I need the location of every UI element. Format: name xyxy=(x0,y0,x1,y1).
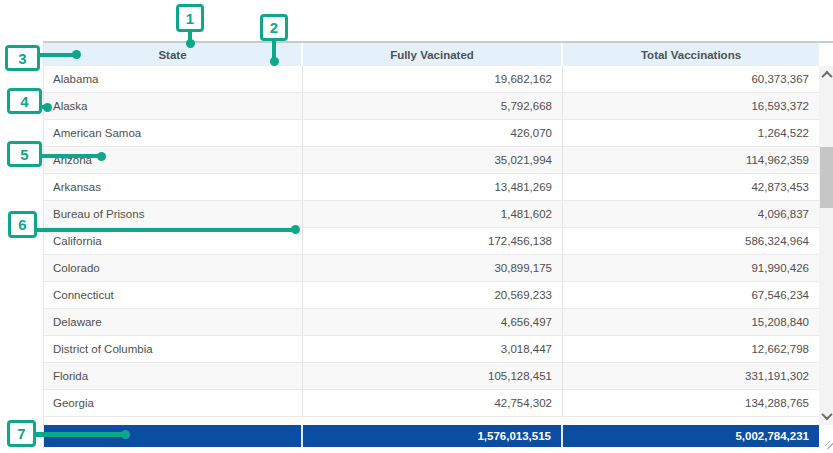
table-row[interactable]: Connecticut20,569,23367,546,234 xyxy=(44,282,819,309)
table-row[interactable]: Colorado30,899,17591,990,426 xyxy=(44,255,819,282)
table-row[interactable]: Delaware4,656,49715,208,840 xyxy=(44,309,819,336)
cell-total-vaccinations: 114,962,359 xyxy=(563,147,819,173)
cell-fully-vaccinated: 19,682,162 xyxy=(303,66,563,92)
callout-4-dot xyxy=(43,103,52,112)
cell-state: Florida xyxy=(44,363,303,389)
chevron-up-icon xyxy=(821,71,832,82)
scroll-down-button[interactable] xyxy=(819,409,833,423)
cell-total-vaccinations: 586,324,964 xyxy=(563,228,819,254)
cell-fully-vaccinated: 426,070 xyxy=(303,120,563,146)
callout-6-dot xyxy=(291,225,300,234)
table-body: Alabama19,682,16260,373,367Alaska5,792,6… xyxy=(44,66,819,425)
vertical-scrollbar[interactable] xyxy=(819,66,833,425)
cell-fully-vaccinated: 105,128,451 xyxy=(303,363,563,389)
callout-7: 7 xyxy=(7,420,36,447)
cell-fully-vaccinated: 35,021,994 xyxy=(303,147,563,173)
cell-fully-vaccinated: 20,569,233 xyxy=(303,282,563,308)
cell-total-vaccinations: 15,208,840 xyxy=(563,309,819,335)
cell-state: American Samoa xyxy=(44,120,303,146)
summary-cell-fully-vaccinated: 1,576,013,515 xyxy=(303,425,563,447)
table-row[interactable]: Arkansas13,481,26942,873,453 xyxy=(44,174,819,201)
cell-state: Alaska xyxy=(44,93,303,119)
callout-2: 2 xyxy=(260,14,288,41)
callout-7-dot xyxy=(121,430,130,439)
column-header-state[interactable]: State xyxy=(44,43,303,66)
chevron-down-icon xyxy=(821,409,832,420)
table-row[interactable]: American Samoa426,0701,264,522 xyxy=(44,120,819,147)
table-row[interactable]: Alabama19,682,16260,373,367 xyxy=(44,66,819,93)
cell-fully-vaccinated: 3,018,447 xyxy=(303,336,563,362)
cell-total-vaccinations: 12,662,798 xyxy=(563,336,819,362)
cell-total-vaccinations: 16,593,372 xyxy=(563,93,819,119)
cell-state: Colorado xyxy=(44,255,303,281)
table-row[interactable]: California172,456,138586,324,964 xyxy=(44,228,819,255)
callout-1-dot xyxy=(186,39,195,48)
callout-6-connector xyxy=(35,228,293,232)
callout-4: 4 xyxy=(7,88,42,114)
table-row[interactable]: Georgia42,754,302134,288,765 xyxy=(44,390,819,417)
cell-total-vaccinations: 60,373,367 xyxy=(563,66,819,92)
table-row[interactable]: Florida105,128,451331,191,302 xyxy=(44,363,819,390)
cell-state: Connecticut xyxy=(44,282,303,308)
callout-3: 3 xyxy=(5,45,40,71)
callout-5: 5 xyxy=(7,141,42,167)
cell-fully-vaccinated: 5,792,668 xyxy=(303,93,563,119)
screenshot-canvas: State Fully Vacinated Total Vaccinations… xyxy=(0,0,833,453)
table-row[interactable]: Alaska5,792,66816,593,372 xyxy=(44,93,819,120)
cell-total-vaccinations: 134,288,765 xyxy=(563,390,819,416)
table-row[interactable]: Arizona35,021,994114,962,359 xyxy=(44,147,819,174)
callout-5-dot xyxy=(97,152,106,161)
cell-fully-vaccinated: 1,481,602 xyxy=(303,201,563,227)
callout-6: 6 xyxy=(8,211,37,238)
cell-total-vaccinations: 4,096,837 xyxy=(563,201,819,227)
table-summary-row: 1,576,013,515 5,002,784,231 xyxy=(44,425,819,447)
callout-1: 1 xyxy=(176,4,204,32)
cell-fully-vaccinated: 172,456,138 xyxy=(303,228,563,254)
cell-total-vaccinations: 331,191,302 xyxy=(563,363,819,389)
scrollbar-thumb[interactable] xyxy=(820,147,833,208)
scroll-up-button[interactable] xyxy=(819,68,833,82)
callout-3-dot xyxy=(72,50,81,59)
cell-state: District of Columbia xyxy=(44,336,303,362)
column-header-total-vaccinations[interactable]: Total Vaccinations xyxy=(563,43,819,66)
cell-total-vaccinations: 67,546,234 xyxy=(563,282,819,308)
column-header-fully-vaccinated[interactable]: Fully Vacinated xyxy=(303,43,563,66)
cell-state: Bureau of Prisons xyxy=(44,201,303,227)
table-header-row: State Fully Vacinated Total Vaccinations xyxy=(44,43,819,66)
table-row[interactable]: District of Columbia3,018,44712,662,798 xyxy=(44,336,819,363)
cell-state: Arkansas xyxy=(44,174,303,200)
cell-fully-vaccinated: 4,656,497 xyxy=(303,309,563,335)
cell-state: Alabama xyxy=(44,66,303,92)
callout-5-connector xyxy=(40,154,100,158)
cell-total-vaccinations: 91,990,426 xyxy=(563,255,819,281)
table-row[interactable]: Bureau of Prisons1,481,6024,096,837 xyxy=(44,201,819,228)
cell-total-vaccinations: 1,264,522 xyxy=(563,120,819,146)
cell-fully-vaccinated: 13,481,269 xyxy=(303,174,563,200)
summary-cell-total-vaccinations: 5,002,784,231 xyxy=(563,425,819,447)
resize-grip-icon[interactable] xyxy=(825,441,833,449)
cell-state: Delaware xyxy=(44,309,303,335)
cell-fully-vaccinated: 30,899,175 xyxy=(303,255,563,281)
cell-state: Arizona xyxy=(44,147,303,173)
callout-2-dot xyxy=(270,57,279,66)
callout-3-connector xyxy=(38,53,75,57)
callout-7-connector xyxy=(34,432,124,437)
cell-total-vaccinations: 42,873,453 xyxy=(563,174,819,200)
cell-state: Georgia xyxy=(44,390,303,416)
callout-2-connector xyxy=(272,39,276,58)
cell-fully-vaccinated: 42,754,302 xyxy=(303,390,563,416)
vaccination-table: State Fully Vacinated Total Vaccinations… xyxy=(43,41,833,449)
